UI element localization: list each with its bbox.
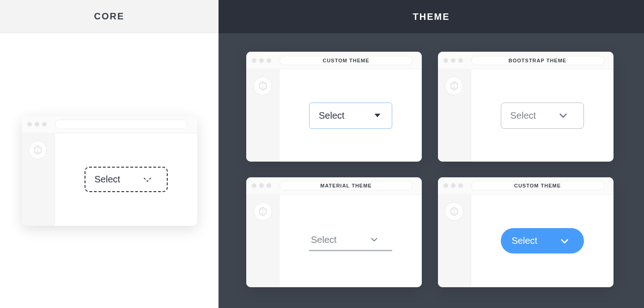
theme-card-sidebar: [438, 195, 471, 287]
theme-card-sidebar: [438, 69, 471, 162]
theme-card-custom2: CUSTOM THEME Select: [438, 177, 614, 287]
core-panel-title: CORE: [0, 0, 219, 33]
theme-panel-body: CUSTOM THEME Select: [219, 33, 644, 308]
chevron-down-icon: [559, 236, 570, 246]
theme-card-titlebar: MATERIAL THEME: [246, 177, 422, 195]
theme-card-titlebar: CUSTOM THEME: [438, 177, 614, 195]
chevron-down-icon: [142, 175, 152, 185]
core-card-sidebar: [22, 133, 55, 226]
window-dot-icon: [42, 122, 47, 127]
custom2-select[interactable]: Select: [501, 228, 584, 254]
avatar: [254, 77, 272, 95]
core-card-body: Select: [22, 133, 197, 226]
custom1-select-label: Select: [319, 110, 345, 121]
window-dot-icon: [252, 183, 256, 188]
theme-panel: THEME CUSTOM THEME: [219, 0, 644, 308]
window-dot-icon: [451, 183, 456, 188]
window-dot-icon: [451, 58, 456, 63]
core-card: Select: [22, 116, 197, 226]
theme-panel-title: THEME: [219, 0, 644, 33]
window-dots: [252, 183, 271, 188]
avatar: [254, 202, 272, 221]
core-select-label: Select: [95, 174, 121, 185]
theme-card-material: MATERIAL THEME Select: [246, 177, 422, 287]
bootstrap-select-label: Select: [510, 110, 536, 121]
theme-card-title: CUSTOM THEME: [471, 181, 604, 190]
avatar-icon: [258, 206, 268, 217]
theme-card-titlebar: CUSTOM THEME: [246, 52, 422, 69]
material-select-label: Select: [311, 235, 337, 245]
window-dots: [27, 122, 47, 127]
avatar-icon: [449, 206, 459, 217]
core-panel: CORE: [0, 0, 219, 308]
avatar: [445, 77, 463, 95]
avatar-icon: [449, 81, 459, 91]
window-dot-icon: [259, 58, 264, 63]
theme-card-custom1: CUSTOM THEME Select: [246, 52, 422, 162]
theme-card-main: Select: [471, 195, 614, 287]
core-card-main: Select: [55, 133, 197, 226]
window-dots: [444, 183, 463, 188]
window-dot-icon: [35, 122, 39, 127]
theme-card-main: Select: [279, 195, 422, 287]
core-card-titlebar: [22, 116, 197, 133]
window-dot-icon: [458, 183, 463, 188]
window-dots: [252, 58, 271, 63]
custom1-select[interactable]: Select: [309, 103, 392, 129]
theme-card-main: Select: [279, 69, 422, 162]
avatar-icon: [258, 81, 268, 91]
theme-card-body: Select: [438, 195, 614, 287]
avatar: [445, 202, 463, 221]
avatar: [29, 141, 47, 159]
window-dot-icon: [444, 183, 448, 188]
theme-card-titlebar: BOOTSTRAP THEME: [438, 52, 614, 69]
window-dot-icon: [259, 183, 264, 188]
theme-card-body: Select: [438, 69, 614, 162]
core-panel-body: Select: [0, 33, 219, 308]
core-select[interactable]: Select: [85, 167, 168, 192]
material-select[interactable]: Select: [309, 231, 392, 251]
custom2-select-label: Select: [512, 236, 538, 246]
theme-card-body: Select: [246, 195, 422, 287]
bootstrap-select[interactable]: Select: [501, 103, 584, 129]
window-dot-icon: [27, 122, 32, 127]
window-dot-icon: [458, 58, 463, 63]
theme-card-title: CUSTOM THEME: [279, 56, 413, 65]
theme-card-sidebar: [246, 69, 279, 162]
theme-card-bootstrap: BOOTSTRAP THEME Select: [438, 52, 614, 162]
window-dot-icon: [252, 58, 256, 63]
caret-down-icon: [372, 110, 383, 121]
core-card-title-pill: [55, 120, 188, 129]
avatar-icon: [33, 145, 43, 155]
theme-card-sidebar: [246, 195, 279, 287]
theme-card-title: BOOTSTRAP THEME: [471, 56, 604, 65]
window-dot-icon: [267, 183, 271, 188]
theme-card-main: Select: [471, 69, 614, 162]
window-dot-icon: [267, 58, 271, 63]
chevron-down-icon: [558, 110, 568, 121]
window-dots: [444, 58, 463, 63]
window-dot-icon: [444, 58, 448, 63]
theme-card-title: MATERIAL THEME: [279, 181, 413, 190]
theme-card-body: Select: [246, 69, 422, 162]
chevron-down-icon: [369, 235, 379, 245]
